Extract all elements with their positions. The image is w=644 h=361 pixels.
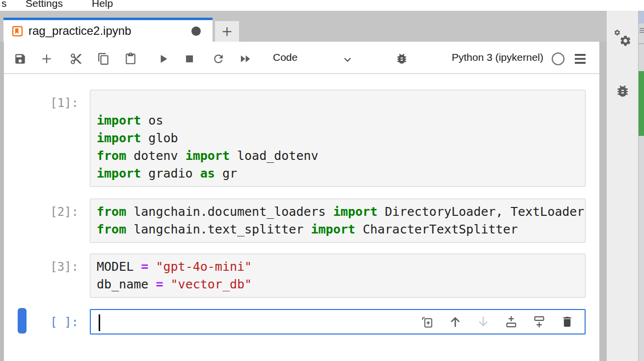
code-line: import os xyxy=(97,112,585,129)
restart-kernel-icon[interactable] xyxy=(212,52,225,65)
menu-item-tabs-partial[interactable]: s xyxy=(1,0,7,10)
code-line: from langchain.text_splitter import Char… xyxy=(97,221,585,238)
plus-icon xyxy=(221,26,233,38)
code-line: import gradio as gr xyxy=(97,165,585,182)
menu-item-settings[interactable]: Settings xyxy=(26,0,63,10)
insert-cell-above-icon[interactable] xyxy=(505,315,518,329)
code-line: MODEL = "gpt-4o-mini" xyxy=(97,258,585,276)
code-line: import glob xyxy=(97,129,585,147)
left-sidebar-edge xyxy=(0,42,4,361)
menu-bar: s Settings Help xyxy=(0,0,644,11)
notebook-cells-area: [1]:import osimport globfrom dotenv impo… xyxy=(4,74,599,361)
move-cell-up-icon[interactable] xyxy=(449,315,462,329)
menu-item-help[interactable]: Help xyxy=(92,0,113,10)
copy-cells-icon[interactable] xyxy=(97,52,110,65)
window-edge-strip xyxy=(638,0,644,361)
cell-execution-prompt: [2]: xyxy=(4,203,79,221)
hamburger-menu-icon[interactable] xyxy=(573,53,587,64)
save-icon[interactable] xyxy=(14,52,27,65)
code-line: from langchain.document_loaders import D… xyxy=(97,203,585,221)
tab-bar: rag_practice2.ipynb xyxy=(0,11,607,42)
panel-divider xyxy=(599,11,607,361)
chevron-down-icon[interactable] xyxy=(342,54,353,65)
kernel-idle-circle-icon xyxy=(551,52,565,66)
code-cell-editor[interactable]: from langchain.document_loaders import D… xyxy=(90,199,586,243)
move-cell-down-icon xyxy=(477,315,490,329)
code-line xyxy=(97,94,585,112)
run-all-cells-icon[interactable] xyxy=(239,52,252,65)
interrupt-kernel-icon[interactable] xyxy=(183,52,196,65)
cut-cells-icon[interactable] xyxy=(70,52,82,65)
run-cell-icon[interactable] xyxy=(157,52,170,65)
right-sidebar xyxy=(607,11,638,361)
new-tab-button[interactable] xyxy=(215,21,239,42)
insert-cell-below-icon[interactable] xyxy=(533,315,546,329)
unsaved-changes-dot xyxy=(191,26,201,36)
property-inspector-gears-icon[interactable] xyxy=(613,28,632,47)
cell-hover-toolbar xyxy=(421,315,574,329)
code-cell-editor[interactable]: MODEL = "gpt-4o-mini"db_name = "vector_d… xyxy=(90,254,586,298)
delete-cell-icon[interactable] xyxy=(561,315,574,329)
cell-execution-prompt: [ ]: xyxy=(4,313,79,331)
active-code-cell-editor[interactable] xyxy=(90,309,586,335)
tab-rag-practice2-ipynb[interactable]: rag_practice2.ipynb xyxy=(3,18,213,42)
kernel-name-button[interactable]: Python 3 (ipykernel) xyxy=(452,42,543,73)
paste-cells-icon[interactable] xyxy=(124,52,137,65)
cell-execution-prompt: [1]: xyxy=(4,94,79,112)
notebook-toolbar: Code Python 3 (ipykernel) xyxy=(4,42,599,74)
text-cursor xyxy=(99,314,100,331)
edge-divider-line xyxy=(639,43,644,44)
code-line: db_name = "vector_db" xyxy=(97,276,585,293)
edge-green-marker xyxy=(639,71,644,136)
code-cell-editor[interactable]: import osimport globfrom dotenv import l… xyxy=(90,90,586,187)
duplicate-cell-icon[interactable] xyxy=(421,315,434,329)
edge-small-glyph xyxy=(640,27,644,33)
add-cell-icon[interactable] xyxy=(40,52,53,65)
code-line: from dotenv import load_dotenv xyxy=(97,147,585,165)
cell-type-dropdown[interactable]: Code xyxy=(273,42,297,73)
tab-title: rag_practice2.ipynb xyxy=(28,24,131,38)
notebook-file-icon xyxy=(11,25,24,37)
debugger-bug-icon[interactable] xyxy=(395,52,408,65)
cell-execution-prompt: [3]: xyxy=(4,258,79,276)
debugger-sidebar-bug-icon[interactable] xyxy=(615,83,630,99)
